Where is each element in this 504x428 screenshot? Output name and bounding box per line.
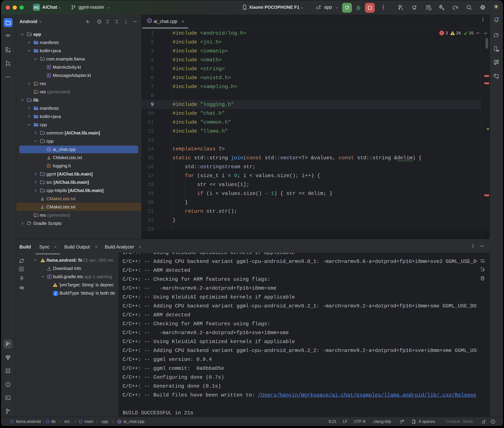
svg-text:A: A bbox=[413, 7, 416, 10]
